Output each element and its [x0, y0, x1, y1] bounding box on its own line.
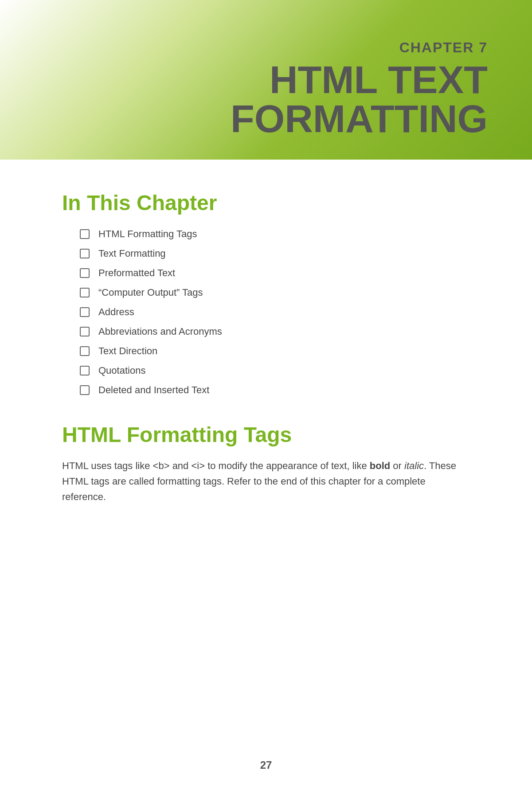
- body-text-italic: italic: [404, 460, 424, 471]
- checkbox-icon: [80, 288, 90, 297]
- page-number: 27: [260, 759, 272, 771]
- chapter-title-line2: FORMATTING: [231, 97, 488, 141]
- formatting-tags-heading: HTML Formatting Tags: [62, 422, 488, 447]
- chapter-header: CHAPTER 7 HTML TEXT FORMATTING: [0, 0, 532, 160]
- body-text-part1: HTML uses tags like <b> and <i> to modif…: [62, 460, 370, 471]
- checkbox-icon: [80, 327, 90, 336]
- list-item: Deleted and Inserted Text: [80, 384, 488, 396]
- list-item: Abbreviations and Acronyms: [80, 326, 488, 337]
- toc-item-label: Text Formatting: [98, 248, 166, 259]
- toc-item-label: Deleted and Inserted Text: [98, 384, 209, 396]
- chapter-title: HTML TEXT FORMATTING: [231, 60, 488, 138]
- toc-item-label: Text Direction: [98, 345, 157, 357]
- list-item: HTML Formatting Tags: [80, 228, 488, 240]
- toc-item-label: “Computer Output” Tags: [98, 287, 203, 298]
- checkbox-icon: [80, 385, 90, 395]
- toc-list: HTML Formatting Tags Text Formatting Pre…: [80, 228, 488, 396]
- body-text-bold: bold: [370, 460, 390, 471]
- body-text-part2: or: [390, 460, 404, 471]
- checkbox-icon: [80, 346, 90, 356]
- list-item: “Computer Output” Tags: [80, 287, 488, 298]
- list-item: Quotations: [80, 365, 488, 376]
- list-item: Text Direction: [80, 345, 488, 357]
- toc-item-label: HTML Formatting Tags: [98, 228, 197, 240]
- chapter-title-line1: HTML TEXT: [270, 58, 488, 102]
- toc-item-label: Quotations: [98, 365, 145, 376]
- toc-item-label: Preformatted Text: [98, 267, 175, 279]
- checkbox-icon: [80, 307, 90, 317]
- list-item: Text Formatting: [80, 248, 488, 259]
- list-item: Preformatted Text: [80, 267, 488, 279]
- checkbox-icon: [80, 268, 90, 278]
- checkbox-icon: [80, 229, 90, 239]
- chapter-label: CHAPTER 7: [399, 39, 488, 56]
- formatting-tags-body: HTML uses tags like <b> and <i> to modif…: [62, 458, 461, 505]
- main-content: In This Chapter HTML Formatting Tags Tex…: [0, 160, 532, 532]
- in-this-chapter-heading: In This Chapter: [62, 191, 488, 215]
- checkbox-icon: [80, 366, 90, 376]
- list-item: Address: [80, 306, 488, 318]
- toc-item-label: Abbreviations and Acronyms: [98, 326, 222, 337]
- checkbox-icon: [80, 249, 90, 258]
- toc-item-label: Address: [98, 306, 134, 318]
